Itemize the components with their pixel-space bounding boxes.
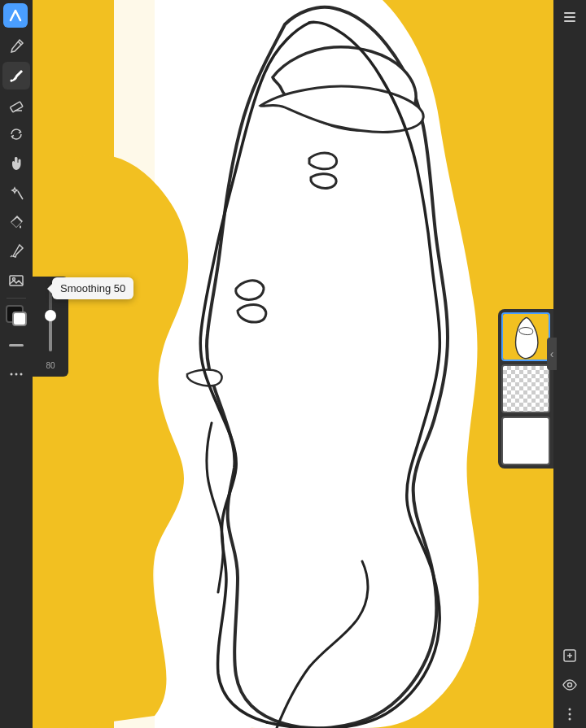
add-layer-button[interactable] — [556, 642, 584, 669]
layer-1-thumb[interactable] — [501, 312, 550, 361]
svg-point-7 — [11, 373, 13, 376]
eraser-tool[interactable] — [2, 91, 30, 119]
image-tool[interactable] — [2, 267, 30, 294]
smoothing-tooltip: Smoothing 50 — [52, 277, 133, 299]
layers-panel-expand[interactable] — [547, 338, 557, 370]
fill-tool[interactable] — [2, 208, 30, 236]
smoothing-label: Smoothing 50 — [60, 282, 125, 294]
svg-rect-5 — [10, 276, 23, 286]
layer-2-thumb[interactable] — [501, 364, 550, 413]
stroke-style[interactable] — [2, 331, 30, 359]
svg-point-0 — [11, 80, 13, 82]
svg-line-4 — [11, 255, 12, 257]
svg-point-9 — [20, 373, 23, 376]
svg-point-18 — [569, 708, 571, 711]
svg-line-3 — [18, 191, 23, 199]
eyedropper-tool[interactable] — [2, 238, 30, 265]
transform-tool[interactable] — [2, 120, 30, 148]
left-toolbar — [0, 0, 33, 728]
svg-rect-12 — [564, 16, 575, 18]
svg-point-17 — [568, 683, 572, 687]
pen-tool[interactable] — [2, 33, 30, 60]
visibility-button[interactable] — [556, 671, 584, 699]
app-menu-button[interactable] — [556, 3, 584, 31]
svg-point-20 — [569, 718, 571, 721]
canvas-area[interactable] — [33, 0, 553, 728]
svg-point-8 — [15, 373, 18, 376]
app-logo[interactable] — [3, 3, 28, 28]
svg-rect-13 — [564, 20, 575, 22]
svg-rect-11 — [564, 12, 575, 14]
slider-thumb[interactable] — [45, 310, 56, 321]
more-options-button[interactable] — [556, 700, 584, 728]
color-swatches[interactable] — [2, 302, 30, 329]
svg-point-19 — [569, 713, 571, 716]
layer-3-thumb[interactable] — [501, 416, 550, 465]
brush-tool[interactable] — [2, 62, 30, 89]
hand-tool[interactable] — [2, 150, 30, 177]
brush-size-value: 80 — [46, 361, 55, 370]
layers-panel — [498, 309, 553, 469]
secondary-color[interactable] — [12, 312, 27, 326]
right-toolbar — [553, 0, 586, 728]
more-tools[interactable] — [2, 360, 30, 388]
divider — [7, 298, 26, 299]
drawing-canvas — [33, 0, 553, 728]
magic-wand-tool[interactable] — [2, 179, 30, 207]
